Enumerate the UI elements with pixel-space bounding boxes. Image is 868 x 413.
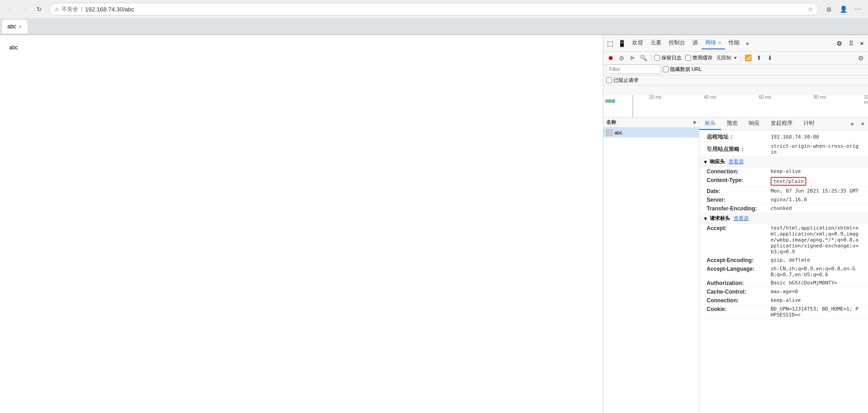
more-button[interactable]: ⋯ bbox=[852, 3, 864, 16]
response-header-key: Server: bbox=[707, 197, 771, 203]
online-icon[interactable]: 📶 bbox=[744, 54, 753, 63]
response-headers-section[interactable]: ▼ 响应头 查看源 bbox=[699, 156, 868, 167]
filter-toggle-button[interactable]: ⫸ bbox=[628, 54, 637, 63]
devtools-inspect-icon[interactable]: ⬚ bbox=[605, 38, 615, 48]
response-header-value: keep-alive bbox=[771, 168, 801, 174]
forward-button[interactable]: → bbox=[18, 3, 31, 16]
devtools-tab-欢迎[interactable]: 欢迎 bbox=[628, 37, 647, 49]
network-row-icon bbox=[606, 129, 612, 136]
detail-tab-预览[interactable]: 预览 bbox=[721, 118, 743, 130]
devtools-settings-icon[interactable]: ⚙ bbox=[834, 39, 845, 48]
response-header-key: Connection: bbox=[707, 168, 771, 175]
detail-tab-标头[interactable]: 标头 bbox=[699, 118, 721, 130]
search-button[interactable]: 🔍 bbox=[639, 54, 648, 63]
detail-close-button[interactable]: × bbox=[857, 121, 868, 127]
address-text: 192.168.74.30/abc bbox=[85, 6, 805, 13]
request-header-value: Basic bG5tcDoxMjM0NTY= bbox=[771, 280, 837, 286]
browser-actions: ⊞ 👤 ⋯ bbox=[822, 3, 864, 16]
request-headers-title: 请求标头 bbox=[710, 215, 730, 222]
response-header-row: Content-Type: text/plain bbox=[699, 176, 868, 187]
remote-address-row: 远程地址： 192.168.74.30:80 bbox=[699, 132, 868, 142]
referrer-policy-row: 引用站点策略： strict-origin-when-cross-origin bbox=[699, 142, 868, 156]
request-headers-rows: Accept: text/html,application/xhtml+xml,… bbox=[699, 224, 868, 319]
request-header-value: gzip, deflate bbox=[771, 257, 810, 263]
refresh-button[interactable]: ↻ bbox=[33, 3, 46, 16]
preserve-log-checkbox[interactable]: 保留日志 bbox=[654, 54, 682, 61]
browser-tab[interactable]: abc × bbox=[2, 20, 27, 33]
profile-button[interactable]: 👤 bbox=[837, 3, 850, 16]
main-layout: abc ⬚ 📱 欢迎元素控制台源网络 ×性能 » ⚙ ⠿ × ⏺ ⊘ ⫸ 🔍 保… bbox=[0, 35, 868, 413]
record-button[interactable]: ⏺ bbox=[606, 54, 615, 63]
network-settings-icon[interactable]: ⚙ bbox=[856, 54, 865, 63]
detail-panel: 标头预览响应发起程序计时 » × 远程地址： 192.168.74.30:80 … bbox=[699, 118, 868, 413]
request-header-row: Accept-Encoding: gzip, deflate bbox=[699, 256, 868, 265]
browser-chrome: ← → ↻ ⚠ 不安全 | 192.168.74.30/abc ☆ ⊞ 👤 ⋯ … bbox=[0, 0, 868, 35]
hide-data-url-label: 隐藏数据 URL bbox=[670, 66, 702, 73]
request-header-row: Accept-Language: zh-CN,zh;q=0.9,en;q=0.8… bbox=[699, 265, 868, 279]
blocked-requests-label[interactable]: 已阻止请求 bbox=[606, 77, 639, 84]
back-button[interactable]: ← bbox=[4, 3, 16, 16]
devtools-tab-性能[interactable]: 性能 bbox=[725, 37, 743, 49]
network-row[interactable]: abc bbox=[603, 128, 699, 138]
devtools-customize-icon[interactable]: ⠿ bbox=[847, 39, 856, 48]
request-header-key: Cookie: bbox=[707, 306, 771, 312]
tab-bar: abc × bbox=[0, 18, 868, 35]
devtools-tab-控制台[interactable]: 控制台 bbox=[665, 37, 689, 49]
detail-tab-响应[interactable]: 响应 bbox=[743, 118, 765, 130]
hide-data-url-checkbox[interactable]: 隐藏数据 URL bbox=[663, 66, 702, 73]
timeline-tick-3: 80 ms bbox=[814, 95, 826, 100]
response-view-source[interactable]: 查看源 bbox=[729, 158, 744, 165]
response-header-row: Transfer-Encoding: chunked bbox=[699, 204, 868, 213]
devtools-tab-close[interactable]: × bbox=[717, 40, 721, 45]
network-list-header: 名称 × bbox=[603, 118, 699, 128]
devtools-toolbar: ⬚ 📱 欢迎元素控制台源网络 ×性能 » ⚙ ⠿ × bbox=[603, 35, 868, 52]
tab-title: abc bbox=[7, 23, 16, 30]
timeline-bar: 20 ms40 ms60 ms80 ms100 ms bbox=[603, 86, 868, 118]
request-view-source[interactable]: 查看源 bbox=[734, 215, 749, 222]
detail-more-button[interactable]: » bbox=[847, 121, 857, 127]
request-headers-section[interactable]: ▼ 请求标头 查看源 bbox=[699, 213, 868, 224]
blocked-requests-input[interactable] bbox=[606, 77, 612, 83]
remote-address-value: 192.168.74.30:80 bbox=[771, 134, 819, 140]
request-header-key: Connection: bbox=[707, 297, 771, 304]
hide-data-url-input[interactable] bbox=[663, 66, 669, 72]
devtools-tab-源[interactable]: 源 bbox=[689, 37, 702, 49]
response-headers-title: 响应头 bbox=[710, 158, 725, 165]
throttle-dropdown[interactable]: 无限制 bbox=[716, 54, 731, 61]
address-bar[interactable]: ⚠ 不安全 | 192.168.74.30/abc ☆ bbox=[49, 3, 819, 16]
detail-tab-发起程序[interactable]: 发起程序 bbox=[765, 118, 798, 130]
preserve-log-input[interactable] bbox=[654, 55, 660, 61]
filter-input[interactable] bbox=[606, 64, 661, 74]
star-icon[interactable]: ☆ bbox=[808, 5, 814, 13]
filter-bar: 隐藏数据 URL AllXHRJSCSSImgMediaFontDocWSMan… bbox=[603, 64, 868, 75]
response-toggle: ▼ bbox=[703, 159, 708, 165]
request-header-key: Accept-Encoding: bbox=[707, 257, 771, 263]
devtools-tab-元素[interactable]: 元素 bbox=[647, 37, 665, 49]
upload-icon[interactable]: ⬆ bbox=[755, 54, 764, 63]
extensions-button[interactable]: ⊞ bbox=[822, 3, 835, 16]
toolbar2-separator2 bbox=[740, 54, 741, 62]
detail-tab-计时[interactable]: 计时 bbox=[798, 118, 820, 130]
timeline-tick-4: 100 ms bbox=[864, 95, 868, 105]
throttle-arrow[interactable]: ▼ bbox=[733, 55, 738, 60]
devtools-device-icon[interactable]: 📱 bbox=[616, 39, 628, 48]
detail-tabs-list: 标头预览响应发起程序计时 bbox=[699, 118, 820, 130]
blocked-requests-text: 已阻止请求 bbox=[613, 77, 639, 84]
tab-close-button[interactable]: × bbox=[19, 24, 21, 29]
devtools-tab-网络[interactable]: 网络 × bbox=[702, 37, 725, 49]
preserve-log-label: 保留日志 bbox=[661, 54, 682, 61]
response-header-key: Transfer-Encoding: bbox=[707, 205, 771, 212]
referrer-policy-label: 引用站点策略： bbox=[707, 145, 771, 153]
clear-button[interactable]: ⊘ bbox=[617, 54, 626, 63]
download-icon[interactable]: ⬇ bbox=[766, 54, 775, 63]
disable-cache-input[interactable] bbox=[685, 55, 691, 61]
devtools-close-button[interactable]: × bbox=[857, 38, 866, 48]
devtools-more-tabs[interactable]: » bbox=[744, 39, 751, 48]
timeline-bar-blue bbox=[605, 99, 612, 103]
network-list: 名称 × abc bbox=[603, 118, 699, 413]
disable-cache-checkbox[interactable]: 禁用缓存 bbox=[685, 54, 713, 61]
network-list-close[interactable]: × bbox=[693, 119, 696, 126]
detail-content: 远程地址： 192.168.74.30:80 引用站点策略： strict-or… bbox=[699, 130, 868, 321]
response-header-row: Server: nginx/1.16.0 bbox=[699, 196, 868, 204]
security-icon: ⚠ bbox=[54, 6, 59, 12]
